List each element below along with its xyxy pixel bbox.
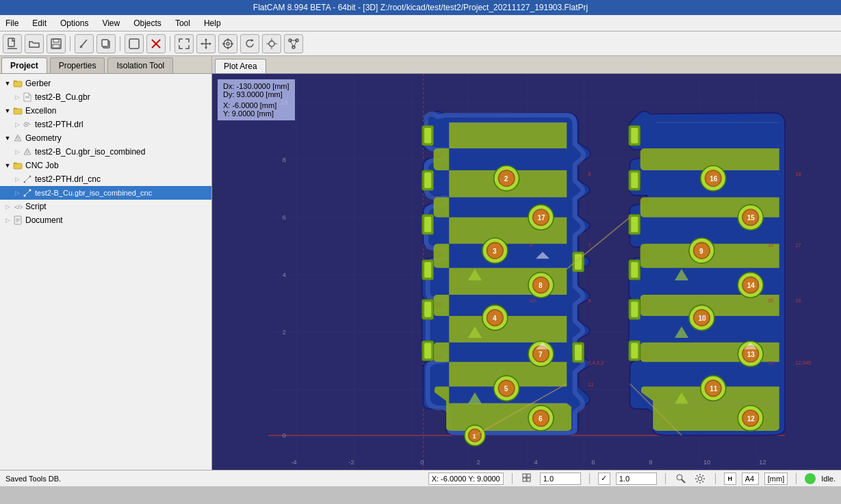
left-panel: Project Properties Isolation Tool ▼ Gerb… xyxy=(0,56,212,470)
document-icon xyxy=(12,215,23,226)
tab-isolation-tool[interactable]: Isolation Tool xyxy=(107,57,173,73)
tree-item-excellon[interactable]: ▼ Excellon xyxy=(0,104,211,118)
expand-geometry-file[interactable]: ▷ xyxy=(12,148,22,155)
svg-text:2: 2 xyxy=(283,329,286,336)
toolbar-delete-btn[interactable] xyxy=(146,34,166,53)
cnc-file2-icon xyxy=(22,187,33,198)
svg-text:5: 5 xyxy=(504,385,508,393)
svg-rect-0 xyxy=(8,38,14,47)
svg-marker-24 xyxy=(251,39,254,42)
toolbar-fit-btn[interactable] xyxy=(174,34,194,53)
svg-rect-94 xyxy=(424,128,431,144)
svg-text:12: 12 xyxy=(747,415,755,423)
svg-text:-2: -2 xyxy=(348,459,354,466)
svg-text:4: 4 xyxy=(493,315,497,322)
menu-view[interactable]: View xyxy=(99,17,122,29)
toolbar-save-btn[interactable] xyxy=(47,34,66,53)
tree-item-geometry[interactable]: ▼ Geometry xyxy=(0,131,211,145)
menu-file[interactable]: File xyxy=(3,17,21,29)
svg-text:14: 14 xyxy=(747,282,755,289)
expand-geometry[interactable]: ▼ xyxy=(3,135,12,142)
toolbar-open-btn[interactable] xyxy=(25,34,44,53)
svg-rect-151 xyxy=(631,172,638,188)
excellon-folder-icon xyxy=(12,105,23,116)
svg-rect-201 xyxy=(527,478,530,481)
svg-text:2: 2 xyxy=(476,459,480,466)
cnc-file1-icon xyxy=(22,174,33,185)
tree-item-cnc[interactable]: ▼ CNC Job xyxy=(0,159,211,172)
svg-text:7: 7 xyxy=(588,242,591,248)
svg-text:10: 10 xyxy=(530,297,535,304)
svg-marker-17 xyxy=(209,42,211,45)
status-paper: A4 xyxy=(745,475,754,483)
status-h-button[interactable]: H xyxy=(724,473,736,485)
status-sep1 xyxy=(512,473,513,484)
tree-item-cnc-file2[interactable]: ▷ test2-B_Cu.gbr_iso_combined_cnc xyxy=(0,186,211,200)
menu-objects[interactable]: Objects xyxy=(131,17,164,29)
left-panel-tabs: Project Properties Isolation Tool xyxy=(0,56,211,74)
toolbar-pan-btn[interactable] xyxy=(196,34,216,53)
expand-gerber[interactable]: ▼ xyxy=(3,80,12,87)
svg-text:8: 8 xyxy=(539,282,543,289)
svg-point-46 xyxy=(26,150,29,153)
tree-item-script[interactable]: ▷ </> Script xyxy=(0,200,211,213)
svg-text:4: 4 xyxy=(534,459,537,466)
toolbar-snap-btn[interactable] xyxy=(262,34,281,53)
excellon-file-icon xyxy=(22,119,33,130)
script-label: Script xyxy=(25,202,47,211)
svg-point-204 xyxy=(698,477,702,481)
expand-excellon-file[interactable]: ▷ xyxy=(12,121,22,128)
title-text: FlatCAM 8.994 BETA - 64bit - [3D] Z:/roo… xyxy=(253,3,588,12)
toolbar-target-btn[interactable] xyxy=(218,34,237,53)
status-snap-field[interactable]: 1.0 xyxy=(616,473,657,485)
expand-gerber-file[interactable]: ▷ xyxy=(12,94,22,101)
toolbar-new2-btn[interactable] xyxy=(125,34,144,53)
tab-project[interactable]: Project xyxy=(1,57,47,73)
svg-rect-36 xyxy=(14,81,22,87)
tree-item-gerber-file[interactable]: ▷ test2-B_Cu.gbr xyxy=(0,90,211,104)
toolbar-new-btn[interactable] xyxy=(3,34,22,53)
menu-options[interactable]: Options xyxy=(57,17,91,29)
tree-item-geometry-file[interactable]: ▷ test2-B_Cu.gbr_iso_combined xyxy=(0,145,211,159)
svg-marker-45 xyxy=(24,148,31,155)
svg-rect-100 xyxy=(424,262,431,278)
tree-item-document[interactable]: ▷ Document xyxy=(0,213,211,227)
toolbar-ref-btn[interactable] xyxy=(284,34,303,53)
expand-cnc-file2[interactable]: ▷ xyxy=(12,189,22,196)
tab-properties[interactable]: Properties xyxy=(50,57,105,73)
expand-document[interactable]: ▷ xyxy=(3,217,12,224)
status-tool-icon[interactable] xyxy=(674,472,688,486)
svg-text:6: 6 xyxy=(539,415,543,423)
svg-rect-199 xyxy=(527,474,530,477)
toolbar-copy-btn[interactable] xyxy=(96,34,116,53)
svg-text:8: 8 xyxy=(283,157,286,163)
menu-help[interactable]: Help xyxy=(201,17,224,29)
plot-area[interactable]: Dx: -130.0000 [mm] Dy: 93.0000 [mm] X: -… xyxy=(212,74,841,470)
svg-text:7: 7 xyxy=(539,351,543,358)
toolbar-sep2 xyxy=(120,36,120,51)
status-coords: X: -6.0000 Y: 9.0000 xyxy=(432,475,500,483)
status-gear-icon[interactable] xyxy=(693,472,707,486)
svg-text:17: 17 xyxy=(795,242,801,248)
tree-item-excellon-file[interactable]: ▷ test2-PTH.drl xyxy=(0,118,211,131)
menu-edit[interactable]: Edit xyxy=(29,17,49,29)
expand-cnc-file1[interactable]: ▷ xyxy=(12,176,22,183)
status-grid-value-field[interactable]: 1.0 xyxy=(540,473,581,485)
svg-text:3: 3 xyxy=(493,248,497,255)
menu-tool[interactable]: Tool xyxy=(172,17,193,29)
tab-plot-area[interactable]: Plot Area xyxy=(215,59,266,73)
statusbar: Saved Tools DB. X: -6.0000 Y: 9.0000 1.0… xyxy=(0,470,841,486)
toolbar-rotate-btn[interactable] xyxy=(240,34,259,53)
pcb-canvas[interactable]: 10 8 6 4 2 0 -4 -2 0 2 4 6 8 10 12 xyxy=(212,74,841,470)
svg-text:11: 11 xyxy=(588,382,593,388)
toolbar-draw-btn[interactable] xyxy=(75,34,94,53)
status-snap-checkbox[interactable]: ✓ xyxy=(598,473,610,485)
expand-script[interactable]: ▷ xyxy=(3,203,12,210)
expand-cnc[interactable]: ▼ xyxy=(3,162,12,169)
expand-excellon[interactable]: ▼ xyxy=(3,107,12,114)
status-grid-icon xyxy=(521,472,534,486)
tree-item-cnc-file1[interactable]: ▷ test2-PTH.drl_cnc xyxy=(0,172,211,186)
tree-item-gerber[interactable]: ▼ Gerber xyxy=(0,77,211,90)
svg-text:8: 8 xyxy=(588,171,591,177)
cnc-file1-label: test2-PTH.drl_cnc xyxy=(35,174,101,184)
